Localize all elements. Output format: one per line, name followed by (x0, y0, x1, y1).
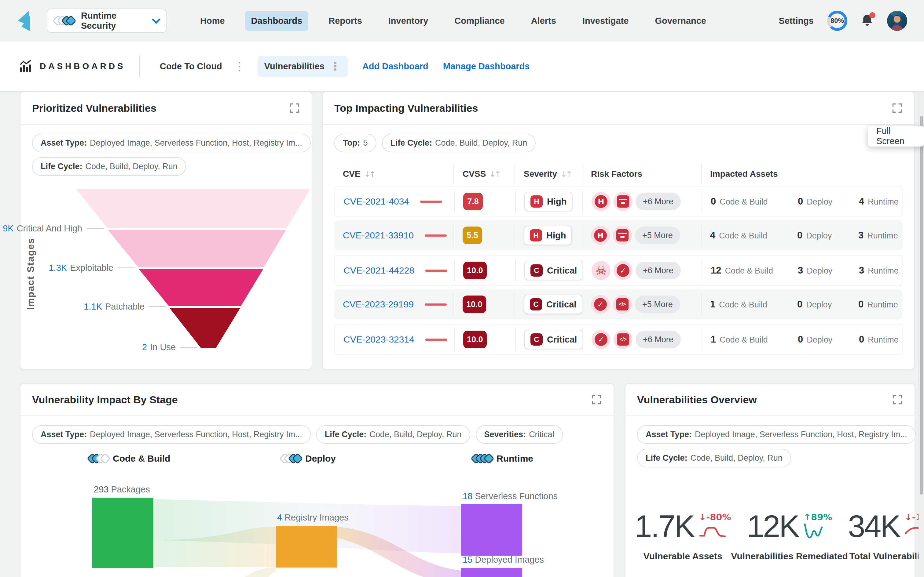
stage-header-code-build: Code & Build (88, 453, 170, 464)
check-icon[interactable]: ✓ (591, 295, 610, 314)
severity-cell: H High (515, 190, 582, 213)
high-severity-icon[interactable]: H (591, 192, 611, 211)
dashboards-chart-icon (19, 60, 32, 73)
stat-delta: ↓-80% (699, 512, 731, 522)
fullscreen-icon[interactable] (892, 103, 903, 114)
sort-icon (561, 170, 571, 179)
user-avatar[interactable] (887, 11, 907, 31)
node-label-packages: 293Packages (94, 485, 150, 495)
cve-link[interactable]: CVE-2021-33910 (343, 230, 414, 240)
table-row[interactable]: CVE-2021-44228 10.0 C Critical ☠ ✓ +6 Mo… (334, 255, 903, 286)
filter-asset-type[interactable]: Asset Type: Deployed Image, Serverless F… (32, 134, 311, 152)
tab-menu-icon[interactable] (234, 62, 246, 71)
severity-cell: C Critical (515, 293, 582, 315)
notifications-button[interactable] (861, 14, 874, 27)
cve-link[interactable]: CVE-2021-44228 (343, 265, 414, 276)
filter-life-cycle[interactable]: Life Cycle: Code, Build, Deploy, Run (637, 449, 791, 467)
more-risk-factors-button[interactable]: +6 More (636, 193, 681, 210)
filter-top[interactable]: Top: 5 (334, 134, 376, 152)
check-icon[interactable]: ✓ (591, 330, 611, 349)
filter-asset-type[interactable]: Asset Type: Deployed Image, Serverless F… (637, 425, 916, 444)
cve-link[interactable]: CVE-2021-4034 (343, 196, 409, 207)
nav-item-inventory[interactable]: Inventory (382, 11, 435, 31)
stat-label: Vulnerable Assets (643, 551, 722, 561)
archive-icon[interactable] (613, 226, 632, 245)
remote-code-icon[interactable]: </> (614, 330, 633, 349)
scrollbar-thumb[interactable] (920, 116, 923, 495)
malware-icon[interactable]: ☠ (591, 261, 611, 280)
nav-item-investigate[interactable]: Investigate (576, 11, 635, 31)
column-header-severity[interactable]: Severity (515, 164, 582, 184)
stage-diamonds-icon (472, 455, 493, 463)
filter-life-cycle[interactable]: Life Cycle: Code, Build, Deploy, Run (32, 157, 186, 176)
cvss-cell: 10.0 (454, 293, 515, 315)
check-icon[interactable]: ✓ (614, 261, 633, 280)
node-label-serverless-functions: 18Serverless Functions (463, 491, 557, 501)
more-risk-factors-button[interactable]: +6 More (636, 330, 681, 348)
nav-item-compliance[interactable]: Compliance (448, 11, 510, 31)
severity-badge: H High (524, 226, 572, 245)
table-row[interactable]: CVE-2023-32314 10.0 C Critical ✓ </> +6 … (334, 324, 903, 355)
filter-pills: Top: 5 Life Cycle: Code, Build, Deploy, … (323, 124, 914, 152)
cve-link[interactable]: CVE-2023-29199 (343, 299, 414, 309)
funnel-label-patchable: 1.1K Patchable (21, 301, 166, 312)
table-row[interactable]: CVE-2023-29199 10.0 C Critical ✓ </> +5 … (334, 289, 903, 319)
funnel-axis-label: Impact Stages (25, 224, 36, 324)
product-switcher-dropdown[interactable]: Runtime Security (47, 8, 166, 33)
settings-button[interactable]: Settings (779, 16, 814, 26)
cve-cell: CVE-2023-29199 (334, 293, 454, 315)
high-severity-icon[interactable]: H (591, 226, 610, 245)
manage-dashboards-link[interactable]: Manage Dashboards (443, 61, 530, 71)
more-risk-factors-button[interactable]: +6 More (636, 262, 681, 279)
nav-item-reports[interactable]: Reports (322, 11, 368, 31)
risk-factors-cell: ☠ ✓ +6 More (582, 259, 701, 282)
more-risk-factors-button[interactable]: +5 More (635, 227, 680, 244)
sankey-node-packages (92, 498, 153, 568)
table-header: CVE CVSS Severity Risk Factors Impacted … (334, 164, 903, 184)
funnel-label-in-use: 2 In Use (21, 342, 197, 352)
prioritized-vulnerabilities-card: Prioritized Vulnerabilities Asset Type: … (20, 92, 312, 369)
table-row[interactable]: CVE-2021-4034 7.8 H High H +6 More 0Code… (334, 186, 903, 217)
nav-item-dashboards[interactable]: Dashboards (245, 11, 309, 31)
cve-link[interactable]: CVE-2023-32314 (343, 334, 414, 345)
cvss-badge: 7.8 (463, 193, 483, 210)
fullscreen-icon[interactable] (591, 394, 602, 405)
fullscreen-icon[interactable] (892, 394, 903, 405)
usage-ring[interactable]: 80% (827, 11, 847, 31)
leader-line (86, 228, 103, 229)
severity-cell: C Critical (515, 329, 582, 350)
top-impacting-vulnerabilities-card: Top Impacting Vulnerabilities Top: 5 Lif… (322, 92, 915, 369)
more-risk-factors-button[interactable]: +5 More (635, 295, 680, 313)
table-row[interactable]: CVE-2021-33910 5.5 H High H +5 More 4Cod… (334, 221, 903, 250)
notification-badge (869, 12, 876, 18)
fullscreen-icon[interactable] (289, 103, 300, 114)
node-label-deployed-images: 15Deployed Images (463, 555, 544, 565)
column-header-cvss[interactable]: CVSS (454, 164, 515, 184)
stat-total-vulnerabilities: 34K ↓-11% Total Vulnerabilities (848, 511, 924, 561)
prisma-cloud-logo-icon[interactable] (17, 9, 36, 32)
filter-life-cycle[interactable]: Life Cycle: Code, Build, Deploy, Run (316, 425, 470, 444)
filter-severities[interactable]: Severities: Critical (476, 425, 563, 444)
risk-factors-cell: H +6 More (582, 190, 701, 213)
filter-life-cycle[interactable]: Life Cycle: Code, Build, Deploy, Run (382, 134, 536, 152)
tab-code-to-cloud[interactable]: Code To Cloud (153, 56, 229, 77)
add-dashboard-link[interactable]: Add Dashboard (362, 61, 428, 71)
nav-item-governance[interactable]: Governance (649, 11, 712, 31)
cve-cell: CVE-2021-4034 (335, 190, 454, 213)
archive-icon[interactable] (614, 192, 633, 211)
stat-value: 34K (848, 511, 900, 542)
filter-asset-type[interactable]: Asset Type: Deployed Image, Serverless F… (32, 425, 311, 444)
cve-cell: CVE-2023-32314 (335, 329, 454, 350)
filter-pills: Asset Type: Deployed Image, Serverless F… (21, 124, 312, 176)
tab-vulnerabilities[interactable]: Vulnerabilities (258, 56, 348, 77)
remote-code-icon[interactable]: </> (613, 295, 632, 314)
tab-menu-icon[interactable] (330, 62, 341, 71)
nav-item-home[interactable]: Home (194, 11, 231, 31)
card-title: Vulnerabilities Overview (637, 394, 757, 406)
column-header-cve[interactable]: CVE (334, 164, 454, 184)
severity-badge: C Critical (524, 330, 583, 349)
app-screen: Runtime Security Home Dashboards Reports… (0, 0, 924, 577)
nav-item-alerts[interactable]: Alerts (525, 11, 562, 31)
cvss-badge: 10.0 (463, 295, 486, 313)
severity-badge: C Critical (524, 261, 583, 280)
